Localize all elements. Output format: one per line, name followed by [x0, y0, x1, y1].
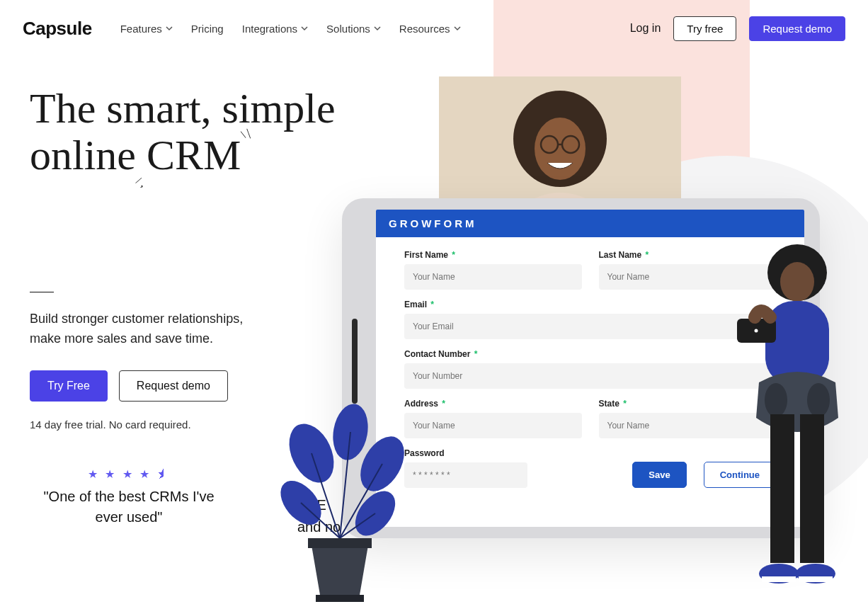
svg-point-19 [807, 383, 830, 417]
login-link[interactable]: Log in [630, 22, 661, 35]
required-marker: * [621, 399, 627, 409]
nav-label: Integrations [242, 23, 297, 35]
field-email: Email * [404, 300, 776, 339]
divider [30, 292, 54, 292]
header-actions: Log in Try free Request demo [630, 16, 845, 41]
input-email[interactable] [404, 314, 776, 339]
svg-rect-25 [799, 576, 833, 582]
star-rating: ★ ★ ★ ★ ⯨ [30, 467, 228, 481]
required-marker: * [472, 349, 477, 359]
chevron-down-icon [166, 25, 173, 32]
input-contact[interactable] [404, 363, 776, 389]
chevron-down-icon [374, 25, 381, 32]
svg-rect-20 [770, 414, 794, 563]
svg-point-18 [765, 383, 787, 417]
nav-label: Resources [399, 23, 450, 35]
hero-section: The smart, simple online CRM \ | / , Bui… [30, 85, 398, 431]
nav-label: Pricing [191, 23, 224, 35]
primary-nav: Features Pricing Integrations Solutions … [120, 23, 461, 35]
input-first-name[interactable] [404, 264, 582, 290]
save-button[interactable]: Save [632, 462, 686, 488]
nav-pricing[interactable]: Pricing [191, 23, 224, 35]
required-marker: * [450, 250, 455, 260]
nav-integrations[interactable]: Integrations [242, 23, 308, 35]
required-marker: * [643, 250, 649, 260]
hero-title-line1: The smart, simple [30, 85, 336, 132]
testimonial-quote: "One of the best CRMs I've ever used" [30, 486, 228, 528]
hero-photo [439, 76, 681, 204]
chevron-down-icon [301, 25, 308, 32]
chevron-down-icon [454, 25, 461, 32]
brand-logo[interactable]: Capsule [23, 18, 92, 40]
svg-point-14 [780, 262, 814, 302]
nav-resources[interactable]: Resources [399, 23, 461, 35]
label-password: Password [404, 448, 527, 458]
field-address: Address * [404, 399, 582, 438]
testimonial-block: ★ ★ ★ ★ ⯨ "One of the best CRMs I've eve… [30, 467, 228, 528]
nav-features[interactable]: Features [120, 23, 173, 35]
try-free-button[interactable]: Try free [673, 16, 736, 41]
required-marker: * [440, 399, 445, 409]
hero-title-highlight: CRM [147, 132, 241, 178]
svg-rect-21 [800, 414, 824, 563]
input-address[interactable] [404, 413, 582, 438]
svg-rect-11 [308, 538, 372, 548]
nav-solutions[interactable]: Solutions [326, 23, 381, 35]
svg-rect-12 [316, 595, 364, 602]
hero-title: The smart, simple online CRM \ | / , [30, 85, 398, 178]
field-password: Password [404, 448, 527, 488]
input-password[interactable] [404, 462, 527, 488]
label-email: Email * [404, 300, 776, 309]
nav-label: Features [120, 23, 162, 35]
svg-point-17 [755, 329, 758, 333]
required-marker: * [428, 300, 434, 309]
nav-label: Solutions [326, 23, 370, 35]
field-contact: Contact Number * [404, 349, 776, 389]
label-contact: Contact Number * [404, 349, 776, 359]
person-illustration [726, 234, 868, 609]
field-first-name: First Name * [404, 250, 582, 290]
hero-request-demo-button[interactable]: Request demo [119, 370, 228, 402]
svg-rect-24 [762, 576, 796, 582]
request-demo-button[interactable]: Request demo [749, 16, 845, 41]
hero-try-free-button[interactable]: Try Free [30, 370, 108, 402]
plant-illustration [269, 404, 418, 609]
site-header: Capsule Features Pricing Integrations So… [0, 0, 868, 45]
hero-ctas: Try Free Request demo [30, 370, 398, 402]
label-address: Address * [404, 399, 582, 409]
hero-subtitle: Build stronger customer relationships, m… [30, 309, 256, 349]
label-first-name: First Name * [404, 250, 582, 260]
hero-title-line2-prefix: online [30, 132, 147, 178]
